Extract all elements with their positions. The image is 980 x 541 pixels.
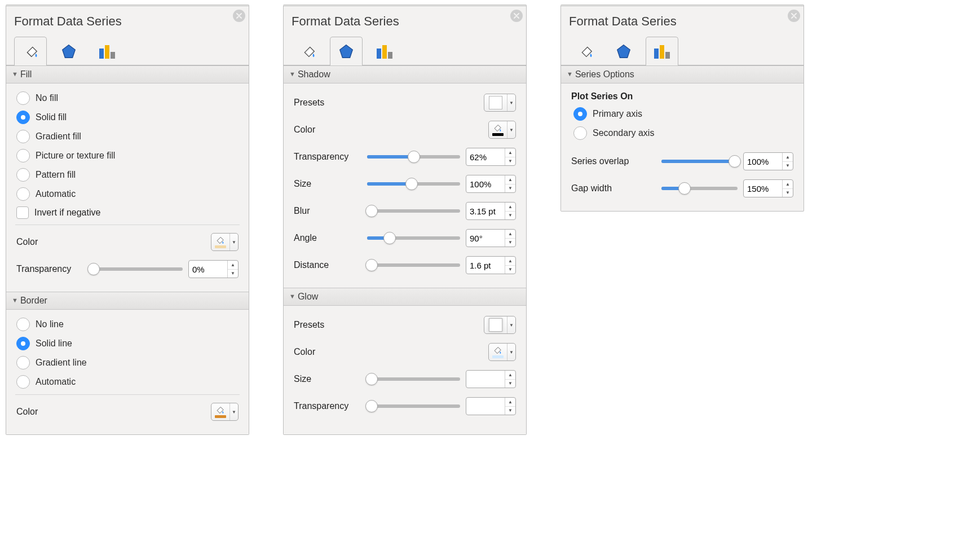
transparency-label: Transparency (16, 264, 84, 274)
svg-rect-8 (665, 52, 670, 59)
section-header-fill[interactable]: ▼ Fill (6, 65, 249, 83)
tab-effects[interactable] (607, 37, 640, 65)
panel-title: Format Data Series (14, 14, 122, 29)
chevron-down-icon: ▼ (289, 293, 295, 300)
fill-transparency-stepper[interactable]: ▲▼ (188, 260, 239, 278)
tab-fill[interactable] (569, 37, 602, 65)
color-swatch (492, 133, 504, 136)
shadow-size-slider[interactable] (367, 182, 460, 186)
shadow-distance-label: Distance (294, 260, 361, 270)
preset-swatch-icon (489, 96, 502, 109)
fill-color-picker[interactable]: ▼ (211, 233, 239, 251)
section-header-border[interactable]: ▼ Border (6, 292, 249, 310)
fill-option-picture-texture[interactable]: Picture or texture fill (16, 149, 239, 162)
fill-option-pattern-fill[interactable]: Pattern fill (16, 168, 239, 182)
shadow-transparency-label: Transparency (294, 152, 361, 162)
section-title: Fill (20, 69, 32, 80)
plot-series-on-label: Plot Series On (571, 91, 793, 102)
close-button[interactable] (233, 10, 245, 22)
fill-option-gradient-fill[interactable]: Gradient fill (16, 130, 239, 143)
svg-rect-1 (105, 45, 109, 59)
fill-radio-group: No fill Solid fill Gradient fill Picture… (16, 91, 239, 201)
shadow-angle-stepper[interactable]: ▲▼ (466, 229, 516, 247)
tab-effects[interactable] (330, 37, 363, 65)
shadow-blur-stepper[interactable]: ▲▼ (466, 202, 516, 220)
glow-color-label: Color (294, 347, 361, 357)
border-color-label: Color (16, 407, 84, 417)
section-title: Glow (298, 292, 318, 302)
fill-option-solid-fill[interactable]: Solid fill (16, 111, 239, 124)
shadow-distance-slider[interactable] (367, 263, 460, 267)
tab-fill[interactable] (14, 37, 47, 65)
svg-rect-3 (377, 49, 381, 59)
svg-rect-4 (382, 45, 387, 59)
glow-presets-picker[interactable]: ▼ (484, 316, 516, 334)
glow-color-picker[interactable]: ▼ (488, 343, 516, 361)
section-title: Border (20, 296, 47, 306)
chevron-down-icon: ▼ (567, 71, 573, 77)
color-swatch (492, 355, 504, 358)
fill-option-automatic[interactable]: Automatic (16, 187, 239, 201)
tab-effects[interactable] (52, 37, 85, 65)
tab-row (284, 33, 526, 65)
color-swatch (215, 415, 226, 418)
close-button[interactable] (510, 10, 523, 22)
gap-width-slider[interactable] (661, 187, 738, 190)
paint-bucket-icon (214, 406, 226, 415)
section-title: Shadow (298, 69, 330, 80)
section-title: Series Options (575, 69, 634, 80)
shadow-color-picker[interactable]: ▼ (488, 121, 516, 139)
glow-presets-label: Presets (294, 320, 361, 330)
shadow-angle-slider[interactable] (367, 236, 460, 240)
section-header-glow[interactable]: ▼ Glow (284, 288, 526, 306)
glow-transparency-slider[interactable] (367, 404, 460, 408)
section-header-shadow[interactable]: ▼ Shadow (284, 65, 526, 83)
axis-option-primary[interactable]: Primary axis (573, 107, 793, 121)
glow-size-stepper[interactable]: ▲▼ (466, 370, 516, 388)
panel-title: Format Data Series (569, 14, 677, 29)
axis-radio-group: Primary axis Secondary axis (573, 107, 793, 140)
fill-color-label: Color (16, 237, 84, 247)
border-option-gradient-line[interactable]: Gradient line (16, 356, 239, 370)
shadow-angle-label: Angle (294, 233, 361, 243)
chevron-down-icon: ▼ (289, 71, 295, 77)
paint-bucket-icon (577, 43, 594, 60)
gap-width-label: Gap width (571, 183, 656, 193)
series-overlap-slider[interactable] (661, 160, 738, 163)
series-overlap-stepper[interactable]: ▲▼ (743, 152, 793, 170)
border-color-picker[interactable]: ▼ (211, 403, 239, 421)
shadow-distance-stepper[interactable]: ▲▼ (466, 256, 516, 274)
svg-rect-5 (388, 52, 392, 59)
tab-series-options[interactable] (646, 37, 678, 65)
shadow-presets-picker[interactable]: ▼ (484, 94, 516, 112)
bar-chart-icon (98, 43, 117, 60)
tab-series-options[interactable] (91, 37, 123, 65)
glow-size-slider[interactable] (367, 377, 460, 381)
section-header-series-options[interactable]: ▼ Series Options (561, 65, 804, 83)
gap-width-stepper[interactable]: ▲▼ (743, 179, 793, 197)
axis-option-secondary[interactable]: Secondary axis (573, 126, 793, 140)
fill-option-no-fill[interactable]: No fill (16, 91, 239, 105)
paint-bucket-icon (299, 43, 316, 60)
shadow-blur-label: Blur (294, 206, 361, 216)
invert-if-negative-checkbox[interactable]: Invert if negative (16, 206, 239, 219)
shadow-blur-slider[interactable] (367, 209, 460, 213)
fill-transparency-input[interactable] (189, 261, 227, 278)
tab-series-options[interactable] (368, 37, 401, 65)
tab-fill[interactable] (292, 37, 324, 65)
glow-transparency-label: Transparency (294, 401, 361, 411)
close-button[interactable] (788, 10, 800, 22)
paint-bucket-icon (22, 43, 39, 60)
shadow-transparency-slider[interactable] (367, 155, 460, 159)
svg-rect-2 (111, 52, 115, 59)
border-option-solid-line[interactable]: Solid line (16, 337, 239, 350)
svg-rect-7 (660, 45, 664, 59)
border-option-no-line[interactable]: No line (16, 318, 239, 331)
border-option-automatic[interactable]: Automatic (16, 375, 239, 389)
shadow-transparency-stepper[interactable]: ▲▼ (466, 148, 516, 166)
pentagon-icon (60, 43, 77, 60)
shadow-size-stepper[interactable]: ▲▼ (466, 175, 516, 193)
glow-transparency-stepper[interactable]: ▲▼ (466, 397, 516, 415)
fill-transparency-slider[interactable] (90, 267, 183, 271)
bar-chart-icon (375, 43, 394, 60)
